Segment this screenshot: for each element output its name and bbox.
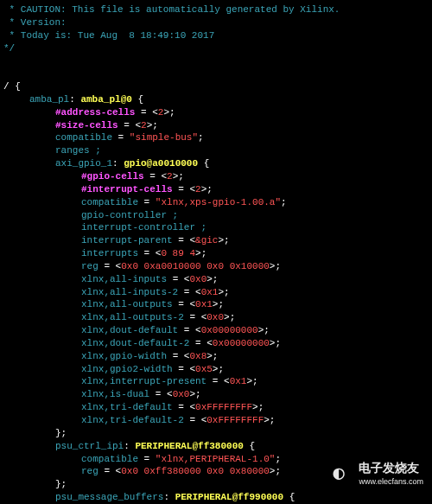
gpio-controller: gpio-controller ; (81, 210, 178, 220)
gpio-label: axi_gpio_1 (55, 158, 112, 169)
watermark-url: www.elecfans.com (359, 476, 423, 487)
elecfans-logo-icon (333, 462, 352, 484)
gpio-close: }; (55, 428, 67, 438)
gpio-name: gpio@a0010000 (124, 158, 198, 169)
gpio-cells-key: #gpio-cells (81, 171, 144, 182)
comment-today: * Today is: Tue Aug 8 18:49:10 2017 (3, 30, 214, 41)
watermark-brand: 电子发烧友 (359, 461, 419, 475)
psu-ctrl-close: }; (55, 479, 67, 489)
comment-close: */ (3, 43, 15, 54)
ranges: ranges ; (55, 145, 101, 156)
int-controller: interrupt-controller ; (81, 222, 206, 233)
comment-caution: * CAUTION: This file is automatically ge… (3, 4, 340, 15)
comment-version: * Version: (3, 17, 67, 28)
code-block: * CAUTION: This file is automatically ge… (3, 3, 429, 504)
watermark: 电子发烧友 www.elecfans.com (333, 460, 423, 487)
compat-key: compatible (55, 132, 112, 143)
psu-ctrl-name: PERIPHERAL@ff380000 (135, 441, 243, 451)
size-cells-key: #size-cells (55, 120, 118, 131)
amba-name: amba_pl@0 (80, 94, 131, 105)
psu-msg-name: PERIPHERAL@ff990000 (175, 492, 283, 502)
root-open: / { (3, 81, 21, 92)
psu-msg-label: psu_message_buffers (55, 492, 163, 502)
int-cells-key: #interrupt-cells (81, 184, 173, 195)
amba-label: amba_pl (29, 94, 69, 105)
psu-ctrl-label: psu_ctrl_ipi (55, 441, 124, 451)
addr-cells-key: #address-cells (55, 107, 135, 118)
